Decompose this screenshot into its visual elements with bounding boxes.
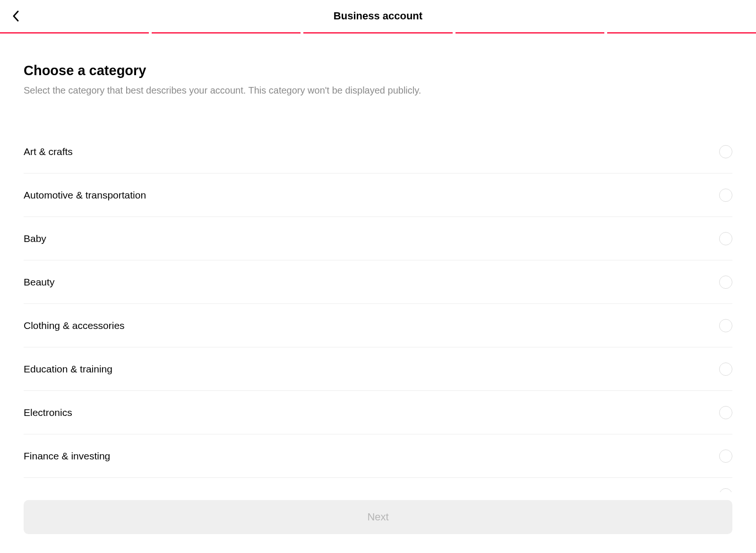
page-title: Business account	[334, 10, 422, 22]
chevron-left-icon	[11, 9, 21, 23]
category-label: Electronics	[24, 407, 72, 418]
category-label: Baby	[24, 233, 46, 244]
page-subheading: Select the category that best describes …	[24, 85, 732, 96]
next-button[interactable]: Next	[24, 500, 732, 534]
category-item-electronics[interactable]: Electronics	[24, 391, 732, 434]
radio-button[interactable]	[719, 189, 732, 202]
radio-button[interactable]	[719, 363, 732, 376]
category-label: Automotive & transportation	[24, 190, 146, 201]
header: Business account	[0, 0, 756, 32]
category-label: Beauty	[24, 276, 54, 288]
radio-button[interactable]	[719, 232, 732, 245]
category-item-partial[interactable]	[24, 478, 732, 492]
category-label: Finance & investing	[24, 450, 110, 462]
page-heading: Choose a category	[24, 63, 732, 78]
category-item-art-crafts[interactable]: Art & crafts	[24, 130, 732, 173]
radio-button[interactable]	[719, 488, 732, 492]
radio-button[interactable]	[719, 276, 732, 289]
radio-button[interactable]	[719, 145, 732, 158]
radio-button[interactable]	[719, 406, 732, 419]
category-item-automotive-transportation[interactable]: Automotive & transportation	[24, 173, 732, 217]
category-list: Art & crafts Automotive & transportation…	[24, 130, 732, 492]
progress-segment	[303, 32, 452, 34]
progress-segment	[607, 32, 756, 34]
category-label: Education & training	[24, 363, 112, 375]
progress-segment	[455, 32, 604, 34]
progress-bar	[0, 32, 756, 34]
radio-button[interactable]	[719, 319, 732, 332]
progress-segment	[152, 32, 301, 34]
category-item-beauty[interactable]: Beauty	[24, 260, 732, 304]
footer: Next	[24, 500, 732, 534]
progress-segment	[0, 32, 149, 34]
category-item-education-training[interactable]: Education & training	[24, 347, 732, 391]
category-label: Art & crafts	[24, 146, 73, 157]
category-item-finance-investing[interactable]: Finance & investing	[24, 434, 732, 478]
back-button[interactable]	[11, 9, 21, 23]
radio-button[interactable]	[719, 449, 732, 463]
category-item-clothing-accessories[interactable]: Clothing & accessories	[24, 304, 732, 347]
category-label: Clothing & accessories	[24, 320, 125, 331]
category-item-baby[interactable]: Baby	[24, 217, 732, 260]
content: Choose a category Select the category th…	[0, 34, 756, 492]
